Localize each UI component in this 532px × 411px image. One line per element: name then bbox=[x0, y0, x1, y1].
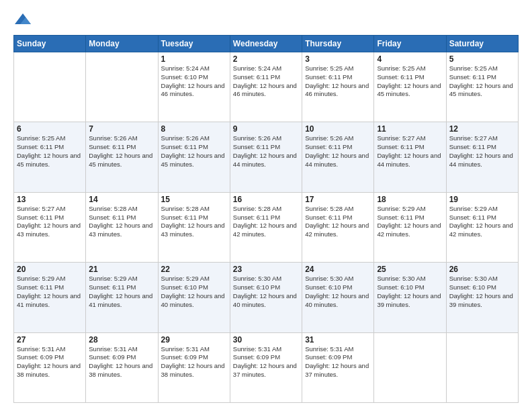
day-number: 10 bbox=[305, 124, 371, 134]
weekday-header: Friday bbox=[374, 36, 446, 52]
day-number: 3 bbox=[305, 54, 371, 64]
day-number: 22 bbox=[161, 265, 227, 274]
calendar-cell: 14Sunrise: 5:28 AM Sunset: 6:11 PM Dayli… bbox=[86, 192, 158, 262]
calendar-cell: 10Sunrise: 5:26 AM Sunset: 6:11 PM Dayli… bbox=[302, 122, 374, 192]
day-number: 20 bbox=[17, 265, 83, 274]
day-number: 12 bbox=[449, 124, 515, 134]
calendar-cell: 19Sunrise: 5:29 AM Sunset: 6:11 PM Dayli… bbox=[446, 192, 518, 262]
day-info: Sunrise: 5:31 AM Sunset: 6:09 PM Dayligh… bbox=[233, 345, 299, 379]
day-number: 17 bbox=[305, 195, 371, 204]
day-number: 13 bbox=[17, 195, 83, 204]
calendar-cell bbox=[14, 52, 86, 122]
day-number: 26 bbox=[449, 265, 515, 274]
calendar-cell: 21Sunrise: 5:29 AM Sunset: 6:11 PM Dayli… bbox=[86, 263, 158, 332]
day-info: Sunrise: 5:31 AM Sunset: 6:09 PM Dayligh… bbox=[305, 345, 371, 379]
calendar-cell: 13Sunrise: 5:27 AM Sunset: 6:11 PM Dayli… bbox=[14, 192, 86, 262]
day-number: 2 bbox=[233, 54, 299, 64]
logo-icon bbox=[13, 11, 32, 30]
day-info: Sunrise: 5:31 AM Sunset: 6:09 PM Dayligh… bbox=[161, 345, 227, 379]
day-number: 8 bbox=[161, 124, 227, 134]
calendar-cell: 11Sunrise: 5:27 AM Sunset: 6:11 PM Dayli… bbox=[374, 122, 446, 192]
calendar-cell: 3Sunrise: 5:25 AM Sunset: 6:11 PM Daylig… bbox=[302, 52, 374, 122]
day-number: 9 bbox=[233, 124, 299, 134]
weekday-header: Saturday bbox=[446, 36, 518, 52]
day-info: Sunrise: 5:25 AM Sunset: 6:11 PM Dayligh… bbox=[305, 64, 371, 99]
calendar-cell: 22Sunrise: 5:29 AM Sunset: 6:10 PM Dayli… bbox=[158, 263, 230, 332]
day-info: Sunrise: 5:30 AM Sunset: 6:10 PM Dayligh… bbox=[377, 275, 443, 309]
day-info: Sunrise: 5:27 AM Sunset: 6:11 PM Dayligh… bbox=[449, 134, 515, 169]
day-info: Sunrise: 5:29 AM Sunset: 6:11 PM Dayligh… bbox=[17, 275, 83, 309]
day-info: Sunrise: 5:25 AM Sunset: 6:11 PM Dayligh… bbox=[17, 134, 83, 169]
day-info: Sunrise: 5:28 AM Sunset: 6:11 PM Dayligh… bbox=[161, 205, 227, 239]
calendar-cell: 20Sunrise: 5:29 AM Sunset: 6:11 PM Dayli… bbox=[14, 263, 86, 332]
day-number: 31 bbox=[305, 335, 371, 345]
day-info: Sunrise: 5:27 AM Sunset: 6:11 PM Dayligh… bbox=[377, 134, 443, 169]
day-info: Sunrise: 5:30 AM Sunset: 6:10 PM Dayligh… bbox=[305, 275, 371, 309]
calendar-week-row: 13Sunrise: 5:27 AM Sunset: 6:11 PM Dayli… bbox=[14, 192, 519, 262]
day-info: Sunrise: 5:27 AM Sunset: 6:11 PM Dayligh… bbox=[17, 205, 83, 239]
calendar-week-row: 27Sunrise: 5:31 AM Sunset: 6:09 PM Dayli… bbox=[14, 332, 519, 402]
page: SundayMondayTuesdayWednesdayThursdayFrid… bbox=[0, 0, 532, 411]
day-info: Sunrise: 5:29 AM Sunset: 6:11 PM Dayligh… bbox=[449, 205, 515, 239]
day-info: Sunrise: 5:26 AM Sunset: 6:11 PM Dayligh… bbox=[233, 134, 299, 169]
calendar-cell bbox=[446, 332, 518, 402]
calendar-cell: 5Sunrise: 5:25 AM Sunset: 6:11 PM Daylig… bbox=[446, 52, 518, 122]
day-number: 5 bbox=[449, 54, 515, 64]
day-number: 28 bbox=[89, 335, 154, 345]
day-info: Sunrise: 5:28 AM Sunset: 6:11 PM Dayligh… bbox=[305, 205, 371, 239]
calendar-cell: 2Sunrise: 5:24 AM Sunset: 6:11 PM Daylig… bbox=[230, 52, 302, 122]
day-number: 27 bbox=[17, 335, 83, 345]
day-info: Sunrise: 5:26 AM Sunset: 6:11 PM Dayligh… bbox=[89, 134, 154, 169]
calendar-cell: 15Sunrise: 5:28 AM Sunset: 6:11 PM Dayli… bbox=[158, 192, 230, 262]
day-number: 4 bbox=[377, 54, 443, 64]
calendar-cell: 24Sunrise: 5:30 AM Sunset: 6:10 PM Dayli… bbox=[302, 263, 374, 332]
day-info: Sunrise: 5:29 AM Sunset: 6:11 PM Dayligh… bbox=[377, 205, 443, 239]
day-number: 14 bbox=[89, 195, 154, 204]
day-info: Sunrise: 5:24 AM Sunset: 6:11 PM Dayligh… bbox=[233, 64, 299, 99]
calendar-cell: 30Sunrise: 5:31 AM Sunset: 6:09 PM Dayli… bbox=[230, 332, 302, 402]
day-info: Sunrise: 5:28 AM Sunset: 6:11 PM Dayligh… bbox=[233, 205, 299, 239]
day-number: 21 bbox=[89, 265, 154, 274]
weekday-header: Monday bbox=[86, 36, 158, 52]
weekday-header: Sunday bbox=[14, 36, 86, 52]
day-info: Sunrise: 5:31 AM Sunset: 6:09 PM Dayligh… bbox=[17, 345, 83, 379]
day-info: Sunrise: 5:26 AM Sunset: 6:11 PM Dayligh… bbox=[161, 134, 227, 169]
day-info: Sunrise: 5:29 AM Sunset: 6:11 PM Dayligh… bbox=[89, 275, 154, 309]
calendar-cell: 27Sunrise: 5:31 AM Sunset: 6:09 PM Dayli… bbox=[14, 332, 86, 402]
day-info: Sunrise: 5:29 AM Sunset: 6:10 PM Dayligh… bbox=[161, 275, 227, 309]
calendar-cell: 7Sunrise: 5:26 AM Sunset: 6:11 PM Daylig… bbox=[86, 122, 158, 192]
day-info: Sunrise: 5:30 AM Sunset: 6:10 PM Dayligh… bbox=[449, 275, 515, 309]
calendar-week-row: 20Sunrise: 5:29 AM Sunset: 6:11 PM Dayli… bbox=[14, 263, 519, 332]
logo bbox=[13, 11, 35, 30]
calendar-week-row: 1Sunrise: 5:24 AM Sunset: 6:10 PM Daylig… bbox=[14, 52, 519, 122]
weekday-header: Thursday bbox=[302, 36, 374, 52]
calendar-cell: 6Sunrise: 5:25 AM Sunset: 6:11 PM Daylig… bbox=[14, 122, 86, 192]
calendar-cell: 28Sunrise: 5:31 AM Sunset: 6:09 PM Dayli… bbox=[86, 332, 158, 402]
day-number: 23 bbox=[233, 265, 299, 274]
day-info: Sunrise: 5:30 AM Sunset: 6:10 PM Dayligh… bbox=[233, 275, 299, 309]
calendar-cell: 25Sunrise: 5:30 AM Sunset: 6:10 PM Dayli… bbox=[374, 263, 446, 332]
day-number: 16 bbox=[233, 195, 299, 204]
calendar-cell bbox=[374, 332, 446, 402]
day-info: Sunrise: 5:25 AM Sunset: 6:11 PM Dayligh… bbox=[449, 64, 515, 99]
day-number: 1 bbox=[161, 54, 227, 64]
calendar-table: SundayMondayTuesdayWednesdayThursdayFrid… bbox=[13, 35, 519, 403]
day-info: Sunrise: 5:24 AM Sunset: 6:10 PM Dayligh… bbox=[161, 64, 227, 99]
day-number: 19 bbox=[449, 195, 515, 204]
day-info: Sunrise: 5:31 AM Sunset: 6:09 PM Dayligh… bbox=[89, 345, 154, 379]
day-number: 15 bbox=[161, 195, 227, 204]
calendar-cell: 8Sunrise: 5:26 AM Sunset: 6:11 PM Daylig… bbox=[158, 122, 230, 192]
day-number: 25 bbox=[377, 265, 443, 274]
weekday-header: Tuesday bbox=[158, 36, 230, 52]
calendar-cell: 29Sunrise: 5:31 AM Sunset: 6:09 PM Dayli… bbox=[158, 332, 230, 402]
day-number: 29 bbox=[161, 335, 227, 345]
day-number: 7 bbox=[89, 124, 154, 134]
calendar-cell: 18Sunrise: 5:29 AM Sunset: 6:11 PM Dayli… bbox=[374, 192, 446, 262]
day-number: 18 bbox=[377, 195, 443, 204]
weekday-header: Wednesday bbox=[230, 36, 302, 52]
day-info: Sunrise: 5:25 AM Sunset: 6:11 PM Dayligh… bbox=[377, 64, 443, 99]
calendar-cell: 31Sunrise: 5:31 AM Sunset: 6:09 PM Dayli… bbox=[302, 332, 374, 402]
calendar-cell: 9Sunrise: 5:26 AM Sunset: 6:11 PM Daylig… bbox=[230, 122, 302, 192]
calendar-week-row: 6Sunrise: 5:25 AM Sunset: 6:11 PM Daylig… bbox=[14, 122, 519, 192]
calendar-cell: 1Sunrise: 5:24 AM Sunset: 6:10 PM Daylig… bbox=[158, 52, 230, 122]
